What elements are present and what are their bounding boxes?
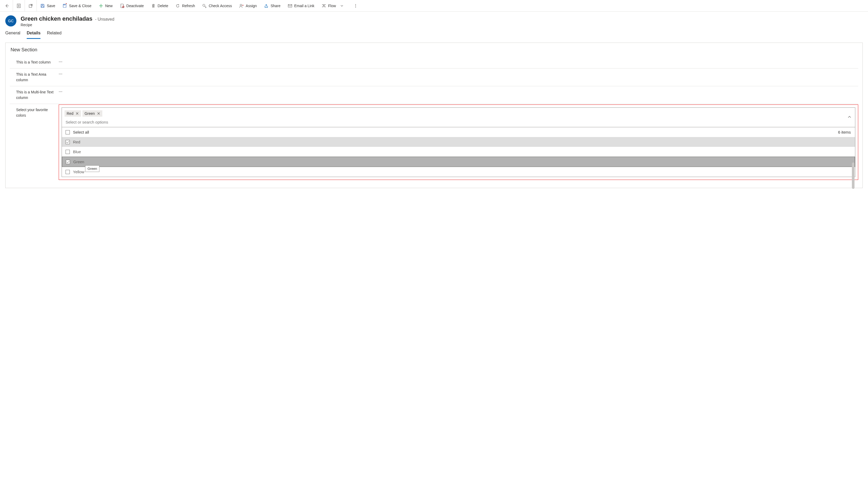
option-label: Blue <box>73 149 81 154</box>
save-close-icon <box>63 4 67 8</box>
save-button[interactable]: Save <box>37 0 59 12</box>
option-green[interactable]: Green <box>62 157 855 167</box>
chip-label: Green <box>85 111 95 116</box>
option-blue[interactable]: Blue <box>62 147 855 157</box>
save-label: Save <box>47 4 55 8</box>
multiselect-chipbar: Red Green <box>62 108 855 127</box>
option-red[interactable]: Red <box>62 137 855 147</box>
refresh-button[interactable]: Refresh <box>172 0 198 12</box>
option-label: Green <box>73 159 84 164</box>
check-access-label: Check Access <box>209 4 232 8</box>
field-row-multiline: This is a Multi-line Text column --- <box>10 86 858 104</box>
field-row-text: This is a Text column --- <box>10 56 858 68</box>
chip-remove-icon[interactable] <box>75 112 79 115</box>
trash-icon <box>151 4 155 8</box>
plus-icon <box>99 4 103 8</box>
field-label: This is a Text Area column <box>10 72 59 83</box>
back-button[interactable] <box>1 0 13 12</box>
multiselect-search-input[interactable] <box>64 118 844 127</box>
field-label: Select your favorite colors <box>10 107 59 180</box>
field-label: This is a Multi-line Text column <box>10 89 59 100</box>
share-button[interactable]: Share <box>260 0 284 12</box>
svg-point-19 <box>355 4 356 5</box>
multiselect-dropdown: Select all 6 items Red Blue <box>62 127 855 177</box>
save-icon <box>40 4 45 8</box>
multiline-field[interactable]: --- <box>59 89 858 100</box>
entity-name: Recipe <box>21 23 114 27</box>
deactivate-icon <box>120 4 124 8</box>
multiselect-highlight: Red Green <box>59 105 858 180</box>
text-field[interactable]: --- <box>59 60 858 65</box>
delete-label: Delete <box>158 4 168 8</box>
check-access-button[interactable]: Check Access <box>198 0 236 12</box>
select-all-checkbox[interactable] <box>66 130 70 135</box>
assign-button[interactable]: Assign <box>236 0 260 12</box>
deactivate-button[interactable]: Deactivate <box>116 0 148 12</box>
refresh-label: Refresh <box>182 4 195 8</box>
svg-point-16 <box>240 4 242 6</box>
chip-label: Red <box>67 111 73 116</box>
svg-line-15 <box>205 6 206 7</box>
page-title: Green chicken enchiladas <box>21 16 92 22</box>
items-count: 6 items <box>838 130 851 135</box>
new-label: New <box>105 4 113 8</box>
share-icon <box>264 4 268 8</box>
form-section: New Section This is a Text column --- Th… <box>5 42 863 188</box>
save-close-label: Save & Close <box>69 4 91 8</box>
avatar: GC <box>5 16 17 26</box>
refresh-icon <box>176 4 180 8</box>
popout-button[interactable] <box>25 0 36 12</box>
chip-green: Green <box>83 110 102 117</box>
chevron-down-icon <box>340 4 344 8</box>
svg-rect-18 <box>288 4 292 7</box>
field-row-colors: Select your favorite colors Red Green <box>10 104 858 188</box>
form-selector-button[interactable] <box>13 0 25 12</box>
tooltip: Green <box>85 166 99 172</box>
textarea-field[interactable]: --- <box>59 72 858 83</box>
share-label: Share <box>271 4 280 8</box>
multiselect-header: Select all 6 items <box>62 127 855 137</box>
svg-point-21 <box>355 7 356 7</box>
deactivate-label: Deactivate <box>126 4 144 8</box>
more-vertical-icon <box>353 4 358 8</box>
email-link-button[interactable]: Email a Link <box>284 0 318 12</box>
select-all-label[interactable]: Select all <box>73 130 89 135</box>
chip-remove-icon[interactable] <box>97 112 100 115</box>
flow-button[interactable]: Flow <box>318 0 348 12</box>
svg-rect-7 <box>64 4 65 5</box>
record-status: - Unsaved <box>95 17 114 22</box>
arrow-left-icon <box>5 4 9 8</box>
tab-general[interactable]: General <box>5 31 20 39</box>
option-label: Yellow <box>73 170 84 174</box>
flow-label: Flow <box>328 4 336 8</box>
tab-details[interactable]: Details <box>27 31 40 39</box>
field-row-textarea: This is a Text Area column --- <box>10 68 858 86</box>
delete-button[interactable]: Delete <box>148 0 172 12</box>
assign-icon <box>239 4 244 8</box>
command-bar: Save Save & Close New Deactivate Delete … <box>0 0 868 12</box>
section-title: New Section <box>10 47 858 53</box>
email-icon <box>288 4 292 8</box>
assign-label: Assign <box>246 4 257 8</box>
multiselect-control[interactable]: Red Green <box>62 108 855 177</box>
svg-rect-6 <box>41 6 43 7</box>
new-button[interactable]: New <box>95 0 116 12</box>
svg-point-20 <box>355 5 356 6</box>
overflow-button[interactable] <box>350 0 362 12</box>
svg-rect-5 <box>42 4 43 5</box>
check-access-icon <box>202 4 207 8</box>
svg-point-14 <box>203 4 205 6</box>
option-label: Red <box>73 140 81 144</box>
avatar-initials: GC <box>8 19 14 23</box>
chevron-up-icon[interactable] <box>848 115 851 120</box>
chip-red: Red <box>64 110 81 117</box>
checkbox-icon <box>66 140 70 144</box>
option-yellow[interactable]: Yellow Green <box>62 167 855 177</box>
checkbox-icon <box>66 160 70 164</box>
tab-bar: General Details Related <box>0 28 868 39</box>
tab-related[interactable]: Related <box>47 31 61 39</box>
popout-icon <box>29 4 33 8</box>
save-close-button[interactable]: Save & Close <box>59 0 95 12</box>
scrollbar-thumb[interactable] <box>852 162 855 189</box>
checkbox-icon <box>66 170 70 174</box>
